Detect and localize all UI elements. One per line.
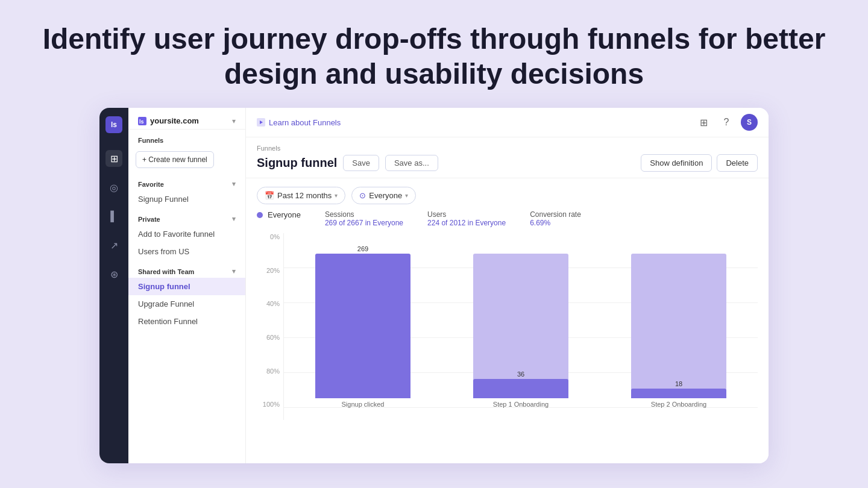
segment-icon: ⊙ <box>359 191 366 200</box>
nav-icon-search[interactable]: ⊛ <box>105 266 122 283</box>
y-label-80: 80% <box>257 368 283 375</box>
bar-fg-2 <box>631 389 726 398</box>
bar-group-1: 36Step 1 Onboarding <box>442 233 600 420</box>
bars-area: 269Signup clicked36Step 1 Onboarding18St… <box>283 233 758 420</box>
sidebar-nav: ls yoursite.com ▾ Funnels + Create new f… <box>128 108 246 463</box>
delete-button[interactable]: Delete <box>717 154 758 172</box>
bar-chart: 100% 80% 60% 40% 20% 0% 269Signup clicke… <box>246 233 769 426</box>
bar-value-0: 269 <box>284 245 442 252</box>
users-value: 224 of 2012 in Everyone <box>427 219 506 227</box>
conversion-value: 6.69% <box>530 219 581 227</box>
funnel-title-left: Signup funnel Save Save as... <box>257 155 438 171</box>
bar-chart-inner: 100% 80% 60% 40% 20% 0% 269Signup clicke… <box>257 233 758 420</box>
nav-icon-trend[interactable]: ↗ <box>105 237 122 254</box>
legend-everyone: Everyone <box>257 210 301 219</box>
y-label-60: 60% <box>257 334 283 341</box>
sidebar-item-signup-funnel-shared[interactable]: Signup funnel <box>128 278 245 295</box>
logo: ls <box>105 116 122 133</box>
bar-value-1: 36 <box>442 371 600 378</box>
metric-sessions: Sessions 269 of 2667 in Everyone <box>325 210 403 227</box>
sidebar-item-users-us[interactable]: Users from US <box>128 243 245 260</box>
bar-group-0: 269Signup clicked <box>284 233 442 420</box>
chart-legend: Everyone Sessions 269 of 2667 in Everyon… <box>246 210 769 233</box>
sidebar-item-upgrade-funnel[interactable]: Upgrade Funnel <box>128 295 245 313</box>
sidebar-item-retention-funnel[interactable]: Retention Funnel <box>128 313 245 330</box>
help-icon[interactable]: ? <box>718 114 735 131</box>
y-label-0: 0% <box>257 233 283 240</box>
calendar-icon: 📅 <box>265 191 274 200</box>
page-headline: Identify user journey drop-offs through … <box>0 0 868 108</box>
breadcrumb: Funnels <box>257 145 758 152</box>
sessions-value: 269 of 2667 in Everyone <box>325 219 403 227</box>
funnel-title: Signup funnel <box>257 156 337 170</box>
bar-xlabel-2: Step 2 Onboarding <box>651 401 706 408</box>
bar-fg-1 <box>473 379 568 398</box>
private-chevron-icon: ▾ <box>232 215 236 223</box>
funnel-title-row: Signup funnel Save Save as... Show defin… <box>257 154 758 172</box>
nav-icon-chart[interactable]: ▌ <box>105 208 122 225</box>
show-definition-button[interactable]: Show definition <box>641 154 712 172</box>
site-icon: ls <box>138 117 146 125</box>
shared-chevron-icon: ▾ <box>232 267 236 275</box>
segment-filter-button[interactable]: ⊙ Everyone ▾ <box>351 187 416 204</box>
segment-chevron-icon: ▾ <box>405 192 408 199</box>
y-label-20: 20% <box>257 267 283 274</box>
conversion-title: Conversion rate <box>530 210 581 219</box>
y-label-100: 100% <box>257 401 283 408</box>
legend-dot <box>257 212 263 218</box>
create-funnel-button[interactable]: + Create new funnel <box>136 151 214 168</box>
favorite-section-header[interactable]: Favorite ▾ <box>128 173 245 190</box>
chart-filters: 📅 Past 12 months ▾ ⊙ Everyone ▾ <box>246 178 769 210</box>
top-bar: Learn about Funnels ⊞ ? S <box>246 108 769 137</box>
metric-conversion: Conversion rate 6.69% <box>530 210 581 227</box>
date-filter-button[interactable]: 📅 Past 12 months ▾ <box>257 187 345 204</box>
learn-funnels-link[interactable]: Learn about Funnels <box>257 118 341 127</box>
save-as-button[interactable]: Save as... <box>385 155 438 171</box>
bar-value-2: 18 <box>600 380 758 387</box>
site-chevron-icon: ▾ <box>232 117 236 125</box>
main-content: Learn about Funnels ⊞ ? S Funnels Signup… <box>246 108 769 463</box>
sidebar-header[interactable]: ls yoursite.com ▾ <box>128 108 245 130</box>
top-bar-icons: ⊞ ? S <box>695 114 758 131</box>
user-avatar[interactable]: S <box>741 114 758 131</box>
site-name: ls yoursite.com <box>138 116 199 125</box>
sessions-title: Sessions <box>325 210 403 219</box>
funnel-title-right: Show definition Delete <box>641 154 758 172</box>
bar-xlabel-0: Signup clicked <box>342 401 385 408</box>
funnels-section-header: Funnels <box>128 130 245 146</box>
icon-strip: ls ⊞ ◎ ▌ ↗ ⊛ <box>99 108 128 463</box>
favorite-chevron-icon: ▾ <box>232 180 236 188</box>
shared-section-header[interactable]: Shared with Team ▾ <box>128 260 245 278</box>
svg-text:ls: ls <box>139 119 144 125</box>
chart-area: 📅 Past 12 months ▾ ⊙ Everyone ▾ Everyone… <box>246 178 769 463</box>
sidebar-item-signup-funnel-fav[interactable]: Signup Funnel <box>128 190 245 208</box>
legend-label: Everyone <box>268 210 301 219</box>
nav-icon-grid[interactable]: ⊞ <box>105 150 122 167</box>
users-title: Users <box>427 210 506 219</box>
bar-bg-2 <box>631 254 726 398</box>
nav-icon-target[interactable]: ◎ <box>105 179 122 196</box>
video-icon <box>257 118 265 127</box>
grid-icon[interactable]: ⊞ <box>695 114 712 131</box>
bar-group-2: 18Step 2 Onboarding <box>600 233 758 420</box>
bar-xlabel-1: Step 1 Onboarding <box>493 401 549 408</box>
y-label-40: 40% <box>257 300 283 307</box>
date-chevron-icon: ▾ <box>335 192 338 199</box>
bar-fg-0 <box>315 254 410 398</box>
metric-users: Users 224 of 2012 in Everyone <box>427 210 506 227</box>
y-axis: 100% 80% 60% 40% 20% 0% <box>257 233 283 420</box>
funnel-header: Funnels Signup funnel Save Save as... Sh… <box>246 137 769 178</box>
app-window: ls ⊞ ◎ ▌ ↗ ⊛ ls yoursite.com ▾ Funnels +… <box>99 108 769 463</box>
sidebar-item-add-favorite[interactable]: Add to Favorite funnel <box>128 225 245 243</box>
save-button[interactable]: Save <box>343 155 379 171</box>
private-section-header[interactable]: Private ▾ <box>128 208 245 225</box>
